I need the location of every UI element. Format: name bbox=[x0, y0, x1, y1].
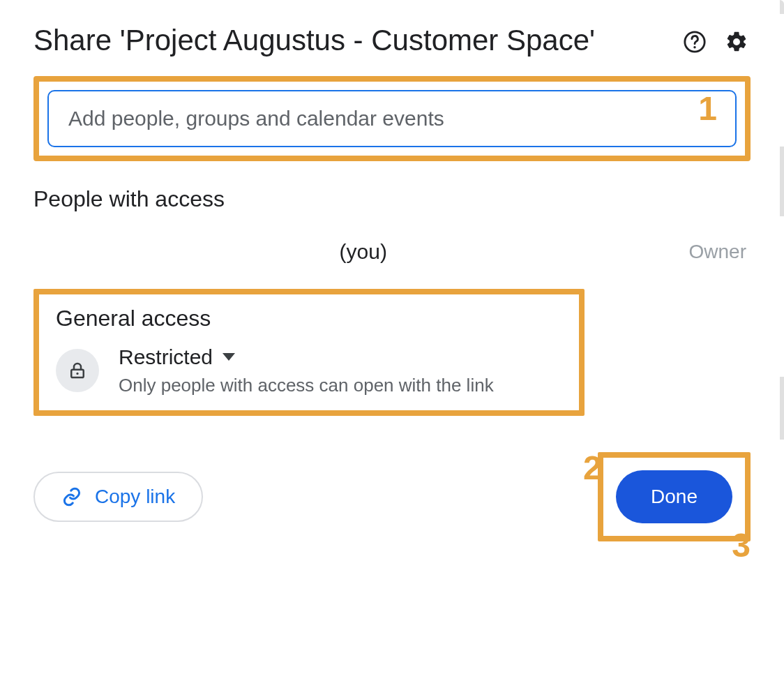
svg-point-3 bbox=[76, 373, 78, 375]
annotation-1: 1 bbox=[698, 89, 717, 128]
done-highlight: Done bbox=[598, 452, 751, 541]
general-access-text: Restricted Only people with access can o… bbox=[119, 345, 494, 396]
general-access-heading: General access bbox=[56, 306, 562, 331]
edge-decoration bbox=[780, 147, 784, 216]
you-label: (you) bbox=[38, 240, 689, 264]
header-actions bbox=[681, 22, 751, 56]
add-people-input[interactable] bbox=[47, 90, 737, 147]
copy-link-button[interactable]: Copy link bbox=[33, 472, 203, 522]
general-access-highlight: General access Restricted Only people wi… bbox=[33, 289, 585, 416]
access-mode-dropdown[interactable]: Restricted bbox=[119, 345, 494, 369]
edge-decoration bbox=[780, 377, 784, 440]
link-icon bbox=[61, 486, 82, 507]
role-label: Owner bbox=[689, 241, 746, 263]
add-people-highlight bbox=[33, 76, 751, 161]
gear-icon bbox=[725, 30, 748, 54]
settings-button[interactable] bbox=[723, 28, 751, 56]
dialog-footer: Copy link Done bbox=[33, 452, 751, 541]
share-dialog: Share 'Project Augustus - Customer Space… bbox=[0, 0, 784, 569]
access-mode-description: Only people with access can open with th… bbox=[119, 375, 494, 396]
copy-link-label: Copy link bbox=[95, 486, 175, 508]
dialog-title: Share 'Project Augustus - Customer Space… bbox=[33, 22, 595, 59]
lock-icon bbox=[67, 360, 88, 381]
general-access-row: Restricted Only people with access can o… bbox=[56, 345, 562, 396]
access-icon-badge bbox=[56, 349, 99, 392]
annotation-2: 2 bbox=[583, 449, 602, 487]
access-row-you: (you) Owner bbox=[33, 232, 751, 289]
edge-decoration bbox=[780, 0, 784, 14]
svg-point-1 bbox=[693, 46, 695, 48]
help-icon bbox=[683, 30, 707, 54]
help-button[interactable] bbox=[681, 28, 709, 56]
done-label: Done bbox=[651, 486, 698, 507]
dialog-header: Share 'Project Augustus - Customer Space… bbox=[33, 22, 751, 59]
chevron-down-icon bbox=[223, 353, 235, 361]
done-button[interactable]: Done bbox=[616, 470, 732, 523]
access-mode-label: Restricted bbox=[119, 345, 213, 369]
people-with-access-heading: People with access bbox=[33, 186, 751, 212]
annotation-3: 3 bbox=[732, 526, 751, 564]
